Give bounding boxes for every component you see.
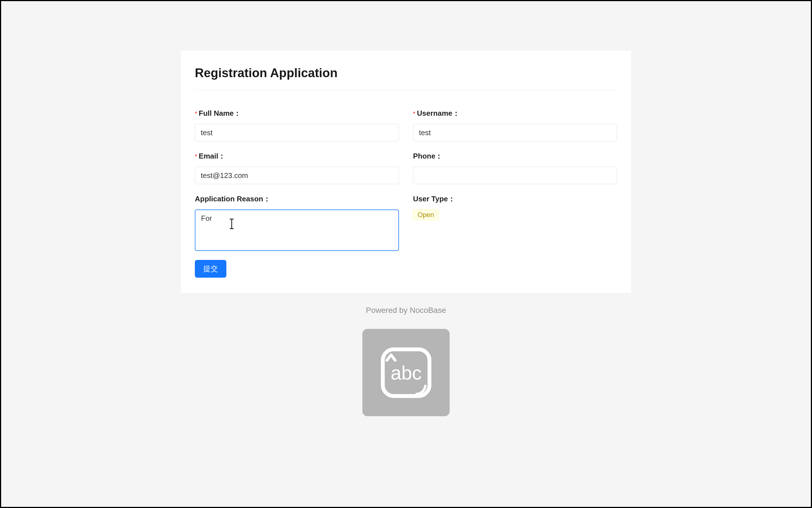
field-fullname: * Full Name： xyxy=(195,109,399,141)
label-fullname-text: Full Name： xyxy=(199,109,241,118)
footer-powered-by: Powered by NocoBase xyxy=(366,306,446,315)
required-mark-icon: * xyxy=(195,154,197,159)
usertype-tag: Open xyxy=(413,210,439,220)
label-email-text: Email： xyxy=(199,151,225,161)
form-grid: * Full Name： * Username： * Email： xyxy=(195,109,617,252)
textarea-reason[interactable] xyxy=(195,210,399,251)
title-divider xyxy=(195,90,617,90)
input-username[interactable] xyxy=(413,124,617,141)
input-phone[interactable] xyxy=(413,167,617,184)
label-reason-text: Application Reason： xyxy=(195,194,270,204)
page-frame: Registration Application * Full Name： * … xyxy=(0,0,812,508)
ime-abc-icon: abc xyxy=(379,345,434,400)
label-reason: Application Reason： xyxy=(195,194,399,204)
label-fullname: * Full Name： xyxy=(195,109,399,118)
label-email: * Email： xyxy=(195,151,399,161)
label-usertype-text: User Type： xyxy=(413,194,455,204)
input-email[interactable] xyxy=(195,167,399,184)
ime-indicator: abc xyxy=(362,329,450,416)
label-username: * Username： xyxy=(413,109,617,118)
page-title: Registration Application xyxy=(195,66,617,80)
registration-form-card: Registration Application * Full Name： * … xyxy=(181,50,631,293)
label-username-text: Username： xyxy=(417,109,460,118)
input-fullname[interactable] xyxy=(195,124,399,141)
required-mark-icon: * xyxy=(413,111,415,116)
submit-button[interactable]: 提交 xyxy=(195,260,226,278)
field-username: * Username： xyxy=(413,109,617,141)
field-usertype: User Type： Open xyxy=(413,194,617,252)
svg-text:abc: abc xyxy=(390,362,422,383)
label-usertype: User Type： xyxy=(413,194,617,204)
field-phone: Phone： xyxy=(413,151,617,184)
submit-row: 提交 xyxy=(195,260,617,278)
required-mark-icon: * xyxy=(195,111,197,116)
field-reason: Application Reason： xyxy=(195,194,399,252)
label-phone: Phone： xyxy=(413,151,617,161)
label-phone-text: Phone： xyxy=(413,151,442,161)
field-email: * Email： xyxy=(195,151,399,184)
